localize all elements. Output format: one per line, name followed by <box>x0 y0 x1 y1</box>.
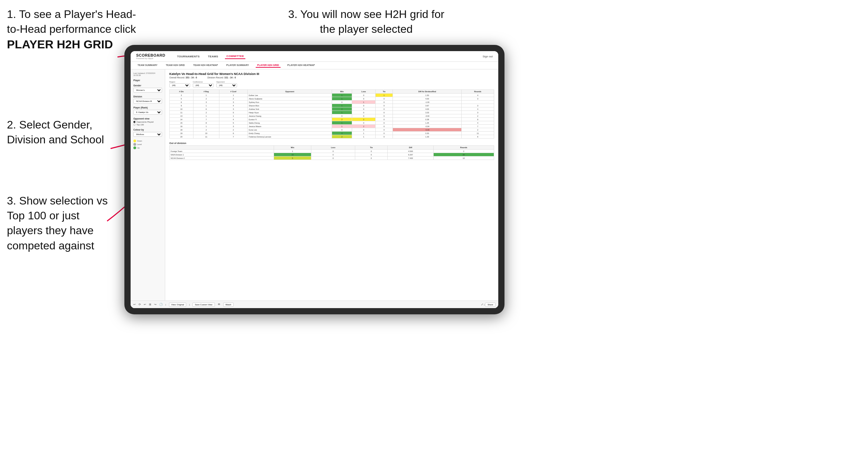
subnav-team-h2h-heatmap[interactable]: TEAM H2H HEATMAP <box>192 63 219 68</box>
redo-icon[interactable]: ⟳ <box>139 303 141 306</box>
app-header: SCOREBOARD Powered by clippd TOURNAMENTS… <box>131 51 498 62</box>
filter-conference: Conference (All) <box>193 81 214 87</box>
division-label: Division <box>133 95 162 98</box>
gender-label: Gender <box>133 84 162 87</box>
legend-label-down: Down <box>137 140 142 142</box>
watch-icon[interactable]: 👁 <box>218 303 220 306</box>
out-div-row: NAIA Division 1 15 0 0 9.267 30 <box>170 153 494 156</box>
filter-conference-label: Conference <box>193 81 214 83</box>
undo2-icon[interactable]: ↩ <box>144 303 146 306</box>
col-tie: Tie <box>375 90 393 94</box>
legend-dot-up <box>133 146 136 149</box>
player-rank-label: Player (Rank) <box>133 106 162 109</box>
division-section: Division NCAA Division III <box>133 95 162 104</box>
redo2-icon[interactable]: ↪ <box>154 303 157 306</box>
last-updated: Last Updated: 27/03/2024 16:55:38 <box>133 72 162 76</box>
nav-tournaments[interactable]: TOURNAMENTS <box>176 54 201 59</box>
colour-by-select[interactable]: Win/loss <box>133 132 162 137</box>
filter-row: Region (All) Conference (All) Opponent <box>169 81 494 87</box>
table-row: 1585 Stella Cheng 1 0 0 1.25 4 <box>170 121 494 125</box>
player-label: Player <box>133 79 162 82</box>
legend-up: Up <box>133 146 162 149</box>
subnav-team-summary[interactable]: TEAM SUMMARY <box>136 63 159 68</box>
instruction-step1: 1. To see a Player's Head-to-Head perfor… <box>7 7 138 53</box>
filter-region-label: Region <box>169 81 190 83</box>
undo-icon[interactable]: ↩ <box>133 303 136 306</box>
view-original-button[interactable]: View: Original <box>169 303 187 307</box>
radio-dot-opponents <box>133 121 135 123</box>
gender-select[interactable]: Women's <box>133 88 162 93</box>
nav-teams[interactable]: TEAMS <box>207 54 220 59</box>
division-select[interactable]: NCAA Division III <box>133 99 162 104</box>
step1-text: 1. To see a Player's Head-to-Head perfor… <box>7 8 136 35</box>
overall-record-label: Overall Record: <box>169 76 185 79</box>
grid-area: Katelyn Vo Head-to-Head Grid for Women's… <box>165 69 498 308</box>
col-rounds: Rounds <box>462 90 494 94</box>
col-opponent: Opponent <box>248 90 332 94</box>
watch-button[interactable]: Watch <box>223 303 234 307</box>
col-loss: Loss <box>352 90 376 94</box>
legend-dot-down <box>133 140 136 142</box>
table-row: 19106 Emily Chang 4 1 0 0.30 11 <box>170 132 494 135</box>
radio-label-opponents: Opponents Played <box>136 121 153 123</box>
table-row: 633 Sydney Kuo 0 1 0 -1.00 <box>170 101 494 104</box>
left-panel: Last Updated: 27/03/2024 16:55:38 Player… <box>131 69 165 308</box>
player-section: Player <box>133 79 162 82</box>
instruction-step3b: 3. Show selection vs Top 100 or just pla… <box>7 193 114 253</box>
grid-title: Katelyn Vo Head-to-Head Grid for Women's… <box>169 72 494 76</box>
share-button[interactable]: Share <box>485 303 496 307</box>
opponent-view-label: Opponent view <box>133 117 162 120</box>
clock-icon[interactable]: 🕐 <box>159 303 163 306</box>
table-row: 1474 Eunice Yi 2 2 0 0.38 9 <box>170 118 494 121</box>
radio-dot-top100 <box>133 124 135 126</box>
division-record: Division Record: 331 - 34 - 6 <box>207 76 236 79</box>
subnav-team-h2h-grid[interactable]: TEAM H2H GRID <box>164 63 186 68</box>
opponent-view-options: Opponents Played Top 100 <box>133 121 162 126</box>
main-content: Last Updated: 27/03/2024 16:55:38 Player… <box>131 69 498 308</box>
player-rank-select[interactable]: 8. Katelyn Vo <box>133 110 162 115</box>
sub-nav: TEAM SUMMARY TEAM H2H GRID TEAM H2H HEAT… <box>131 62 498 69</box>
main-data-table: # Div # Reg # Conf Opponent Win Loss Tie… <box>169 89 494 139</box>
crop-icon[interactable]: ⊞ <box>149 303 151 306</box>
legend-down: Down <box>133 140 162 142</box>
table-row: 1063 Andrea York 2 0 0 4.00 4 <box>170 107 494 111</box>
expand-icon[interactable]: ⤢ <box>481 303 483 306</box>
table-row: 311 Esther Lee 1 0 1 1.50 4 <box>170 94 494 97</box>
grid-records: Overall Record: 353 - 34 - 6 Division Re… <box>169 76 494 79</box>
col-win: Win <box>332 90 352 94</box>
legend-level: Level <box>133 143 162 146</box>
step3a-text: 3. You will now see H2H grid for the pla… <box>288 8 444 35</box>
filter-opponent-select[interactable]: (All) <box>216 83 237 87</box>
save-custom-view-button[interactable]: Save Custom View <box>192 303 215 307</box>
gender-section: Gender Women's <box>133 84 162 93</box>
table-row: 20117 Federica Domecq Lacroze 2 1 0 1.33… <box>170 135 494 139</box>
col-conf: # Conf <box>219 90 247 94</box>
header-sign-out[interactable]: Sign out <box>483 55 493 58</box>
filter-opponent-label: Opponent <box>216 81 237 83</box>
filter-opponent: Opponent (All) <box>216 81 237 87</box>
col-diff: Diff Av Strokes/Rnd <box>393 90 462 94</box>
instruction-step3a: 3. You will now see H2H grid for the pla… <box>283 7 449 37</box>
legend-label-level: Level <box>137 143 142 145</box>
step3b-text: 3. Show selection vs Top 100 or just pla… <box>7 194 108 252</box>
subnav-player-h2h-heatmap[interactable]: PLAYER H2H HEATMAP <box>286 63 317 68</box>
subnav-player-summary[interactable]: PLAYER SUMMARY <box>225 63 251 68</box>
out-div-row: Foreign Team 1 0 0 4.500 2 <box>170 150 494 153</box>
radio-label-top100: Top 100 <box>136 124 144 126</box>
logo-text: SCOREBOARD <box>136 53 165 57</box>
nav-committee[interactable]: COMMITTEE <box>225 54 245 59</box>
table-row: 914 Sharon Mun 1 0 0 3.67 3 <box>170 104 494 107</box>
filter-conference-select[interactable]: (All) <box>193 83 214 87</box>
table-row: 522 Alexis Sudjianto 1 0 0 4.00 3 <box>170 97 494 101</box>
colour-by-section: Colour by Win/loss <box>133 128 162 137</box>
overall-record: Overall Record: 353 - 34 - 6 <box>169 76 197 79</box>
filter-region-select[interactable]: (All) <box>169 83 190 87</box>
radio-opponents-played[interactable]: Opponents Played <box>133 121 162 123</box>
player-rank-section: Player (Rank) 8. Katelyn Vo <box>133 106 162 115</box>
table-row: 1125 Heejo Hyun 1 0 0 3.33 3 <box>170 111 494 114</box>
subnav-player-h2h-grid[interactable]: PLAYER H2H GRID <box>256 63 280 68</box>
last-updated-time: 16:55:38 <box>133 74 162 76</box>
radio-top100[interactable]: Top 100 <box>133 124 162 126</box>
table-row: 1613 Jessica Mason 1 2 0 -0.94 7 <box>170 125 494 128</box>
out-div-row: NCAA Division 2 5 0 0 7.400 10 <box>170 156 494 160</box>
